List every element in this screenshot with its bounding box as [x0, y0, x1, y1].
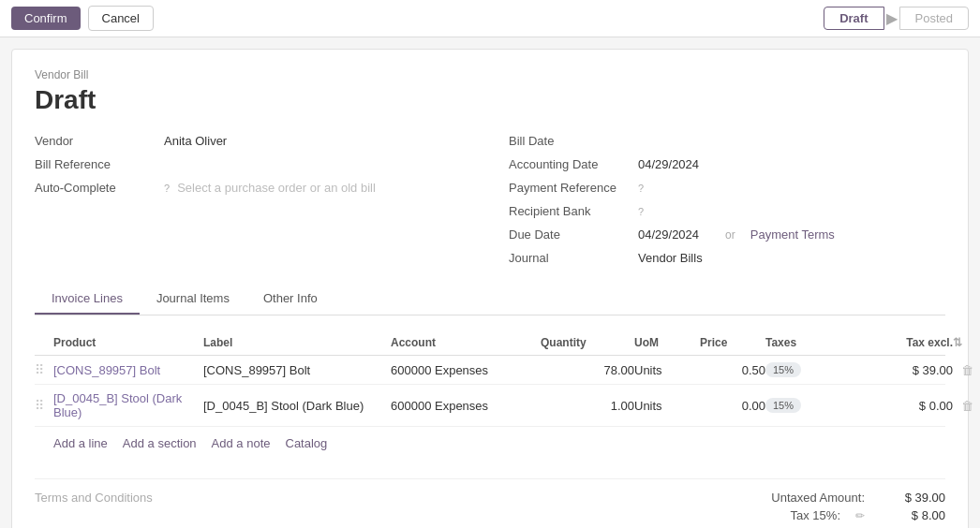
untaxed-label: Untaxed Amount:: [771, 491, 865, 505]
bill-date-row: Bill Date: [509, 134, 945, 148]
journal-label: Journal: [509, 251, 631, 265]
accounting-date-row: Accounting Date 04/29/2024: [509, 157, 945, 171]
accounting-date-value: 04/29/2024: [638, 157, 699, 171]
due-date-row: Due Date 04/29/2024 or Payment Terms: [509, 227, 945, 242]
tab-invoice-lines[interactable]: Invoice Lines: [35, 284, 140, 315]
col-actions: ⇅: [953, 336, 980, 349]
tax-value: $ 8.00: [880, 508, 945, 522]
add-note-link[interactable]: Add a note: [212, 436, 271, 450]
col-product: Product: [53, 336, 203, 349]
product-link-1[interactable]: [CONS_89957] Bolt: [53, 363, 203, 377]
totals-panel: Untaxed Amount: $ 39.00 Tax 15%: ✏ $ 8.0…: [747, 491, 945, 528]
price-2: 0.00: [700, 399, 765, 413]
untaxed-row: Untaxed Amount: $ 39.00: [747, 491, 945, 505]
col-price: Price: [700, 336, 765, 349]
untaxed-value: $ 39.00: [880, 491, 945, 505]
form-grid: Vendor Anita Oliver Bill Reference Auto-…: [35, 134, 945, 265]
pencil-icon[interactable]: ✏: [855, 509, 865, 522]
top-bar: Confirm Cancel Draft ▶ Posted: [0, 0, 980, 37]
vendor-value: Anita Oliver: [164, 134, 227, 148]
draft-title: Draft: [35, 85, 945, 115]
payment-ref-row: Payment Reference ?: [509, 181, 945, 195]
catalog-link[interactable]: Catalog: [286, 436, 328, 450]
cancel-button[interactable]: Cancel: [88, 6, 154, 31]
account-2: 600000 Expenses: [391, 399, 541, 413]
uom-1: Units: [634, 363, 700, 377]
payment-ref-label: Payment Reference: [509, 181, 631, 195]
auto-complete-row: Auto-Complete ? Select a purchase order …: [35, 181, 471, 195]
accounting-date-label: Accounting Date: [509, 157, 631, 171]
status-arrow-icon: ▶: [886, 9, 898, 27]
col-uom: UoM: [634, 336, 700, 349]
due-date-value: 04/29/2024: [638, 227, 699, 242]
col-drag: [35, 336, 53, 349]
bill-date-label: Bill Date: [509, 134, 631, 148]
tab-other-info[interactable]: Other Info: [246, 284, 334, 315]
bill-reference-row: Bill Reference: [35, 157, 471, 171]
status-draft: Draft: [824, 7, 883, 30]
table-header: Product Label Account Quantity UoM Price…: [35, 330, 945, 356]
form-right: Bill Date Accounting Date 04/29/2024 Pay…: [509, 134, 945, 265]
price-1: 0.50: [700, 363, 765, 377]
recipient-bank-help-icon: ?: [638, 206, 644, 217]
tabs-bar: Invoice Lines Journal Items Other Info: [35, 284, 945, 315]
vendor-row: Vendor Anita Oliver: [35, 134, 471, 148]
delete-row-1[interactable]: 🗑: [953, 363, 980, 377]
journal-value: Vendor Bills: [638, 251, 703, 265]
quantity-1: 78.00: [541, 363, 634, 377]
drag-handle-icon[interactable]: ⠿: [35, 398, 53, 413]
footer-section: Terms and Conditions Untaxed Amount: $ 3…: [35, 478, 945, 528]
col-tax-excl: Tax excl.: [859, 336, 953, 349]
add-line-link[interactable]: Add a line: [53, 436, 108, 450]
tax-badge-1: 15%: [765, 362, 859, 377]
auto-complete-placeholder[interactable]: Select a purchase order or an old bill: [177, 181, 376, 195]
confirm-button[interactable]: Confirm: [11, 7, 81, 30]
reorder-icon: ⇅: [953, 336, 962, 349]
recipient-bank-row: Recipient Bank ?: [509, 204, 945, 218]
vendor-label: Vendor: [35, 134, 156, 148]
table-row: ⠿ [CONS_89957] Bolt [CONS_89957] Bolt 60…: [35, 356, 945, 385]
journal-row: Journal Vendor Bills: [509, 251, 945, 265]
tax-excl-1: $ 39.00: [859, 363, 953, 377]
recipient-bank-label: Recipient Bank: [509, 204, 631, 218]
add-section-link[interactable]: Add a section: [123, 436, 197, 450]
payment-ref-help-icon: ?: [638, 183, 644, 194]
status-posted: Posted: [899, 7, 969, 30]
col-taxes: Taxes: [765, 336, 859, 349]
account-1: 600000 Expenses: [391, 363, 541, 377]
tax-badge-2: 15%: [765, 398, 859, 413]
auto-complete-label: Auto-Complete: [35, 181, 156, 195]
bill-reference-label: Bill Reference: [35, 157, 156, 171]
due-date-label: Due Date: [509, 227, 631, 242]
tax-row: Tax 15%: ✏ $ 8.00: [747, 508, 945, 522]
tab-journal-items[interactable]: Journal Items: [140, 284, 246, 315]
auto-complete-help-icon: ?: [164, 183, 170, 194]
action-links: Add a line Add a section Add a note Cata…: [35, 427, 945, 469]
terms-conditions-label: Terms and Conditions: [35, 491, 153, 528]
or-label: or: [725, 228, 735, 242]
delete-row-2[interactable]: 🗑: [953, 399, 980, 413]
product-link-2[interactable]: [D_0045_B] Stool (Dark Blue): [53, 391, 203, 419]
tax-excl-2: $ 0.00: [859, 399, 953, 413]
col-quantity: Quantity: [541, 336, 634, 349]
payment-terms-link[interactable]: Payment Terms: [750, 227, 835, 242]
quantity-2: 1.00: [541, 399, 634, 413]
col-account: Account: [391, 336, 541, 349]
vendor-bill-label: Vendor Bill: [35, 68, 945, 81]
tax-label: Tax 15%:: [747, 508, 840, 522]
label-1: [CONS_89957] Bolt: [203, 363, 391, 377]
col-label: Label: [203, 336, 391, 349]
main-content: Vendor Bill Draft Vendor Anita Oliver Bi…: [11, 49, 969, 528]
label-2: [D_0045_B] Stool (Dark Blue): [203, 399, 391, 413]
table-row: ⠿ [D_0045_B] Stool (Dark Blue) [D_0045_B…: [35, 385, 945, 427]
drag-handle-icon[interactable]: ⠿: [35, 362, 53, 377]
uom-2: Units: [634, 399, 700, 413]
status-bar: Draft ▶ Posted: [824, 7, 969, 30]
form-left: Vendor Anita Oliver Bill Reference Auto-…: [35, 134, 471, 265]
